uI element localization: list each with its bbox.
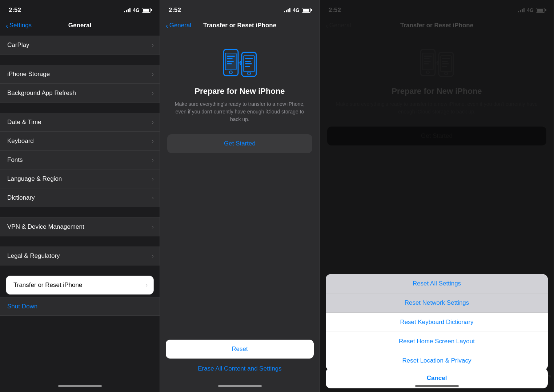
settings-item-date-time[interactable]: Date & Time › — [0, 113, 160, 132]
item-label-vpn: VPN & Device Management — [7, 223, 84, 231]
separator-4 — [0, 236, 160, 247]
back-button-2[interactable]: ‹ General — [166, 22, 191, 29]
chevron-keyboard: › — [152, 138, 154, 144]
reset-network-settings-button[interactable]: Reset Network Settings — [326, 293, 548, 313]
settings-item-legal[interactable]: Legal & Regulatory › — [0, 247, 160, 265]
chevron-language-region: › — [152, 176, 154, 182]
transfer-desc-2: Make sure everything's ready to transfer… — [167, 100, 312, 123]
erase-button-2[interactable]: Erase All Content and Settings — [166, 361, 314, 376]
settings-item-fonts[interactable]: Fonts › — [0, 151, 160, 169]
status-bar-1: 2:52 4G — [0, 0, 160, 18]
chevron-background-refresh: › — [152, 90, 154, 96]
reset-network-settings-label: Reset Network Settings — [405, 299, 469, 306]
settings-item-transfer[interactable]: Transfer or Reset iPhone › — [6, 276, 154, 295]
item-label-fonts: Fonts — [7, 156, 23, 164]
item-label-keyboard: Keyboard — [7, 137, 34, 145]
settings-item-vpn[interactable]: VPN & Device Management › — [0, 217, 160, 236]
svg-rect-3 — [227, 56, 235, 57]
chevron-carplay: › — [152, 42, 154, 48]
section-storage: iPhone Storage › Background App Refresh … — [0, 65, 160, 103]
chevron-fonts: › — [152, 157, 154, 163]
item-label-date-time: Date & Time — [7, 119, 41, 126]
transfer-title-2: Prepare for New iPhone — [194, 87, 285, 96]
time-2: 2:52 — [169, 7, 181, 14]
svg-rect-13 — [245, 66, 250, 67]
chevron-transfer: › — [146, 282, 148, 288]
reset-label-2: Reset — [232, 345, 248, 353]
back-chevron-2: ‹ — [166, 22, 168, 29]
home-indicator-1 — [0, 380, 160, 392]
reset-menu: Reset All Settings Reset Network Setting… — [326, 274, 548, 370]
svg-rect-4 — [227, 58, 233, 59]
erase-label-2: Erase All Content and Settings — [198, 365, 282, 372]
transfer-section: Transfer or Reset iPhone › — [0, 276, 160, 295]
svg-point-14 — [248, 72, 250, 75]
item-label-dictionary: Dictionary — [7, 194, 35, 201]
separator-5 — [0, 265, 160, 276]
back-chevron-1: ‹ — [6, 22, 8, 29]
chevron-date-time: › — [152, 119, 154, 125]
section-carplay: CarPlay › — [0, 36, 160, 55]
chevron-dictionary: › — [152, 195, 154, 201]
settings-list-1: CarPlay › iPhone Storage › Background Ap… — [0, 36, 160, 380]
back-label-1: Settings — [9, 22, 32, 29]
item-label-background-refresh: Background App Refresh — [7, 89, 76, 97]
svg-rect-12 — [245, 63, 252, 64]
svg-rect-5 — [227, 61, 234, 62]
settings-item-language-region[interactable]: Language & Region › — [0, 169, 160, 188]
reset-all-settings-button[interactable]: Reset All Settings — [326, 274, 548, 293]
reset-keyboard-dict-label: Reset Keyboard Dictionary — [400, 319, 473, 325]
get-started-button-2[interactable]: Get Started — [167, 134, 312, 153]
battery-icon-1 — [142, 8, 151, 13]
item-label-legal: Legal & Regulatory — [7, 252, 60, 260]
battery-icon-2 — [302, 8, 311, 13]
reset-button-2[interactable]: Reset — [166, 340, 314, 359]
get-started-label-2: Get Started — [224, 140, 256, 147]
settings-item-keyboard[interactable]: Keyboard › — [0, 132, 160, 151]
reset-home-screen-button[interactable]: Reset Home Screen Layout — [326, 332, 548, 351]
item-label-iphone-storage: iPhone Storage — [7, 71, 50, 78]
status-icons-2: 4G — [284, 7, 311, 13]
separator-2 — [0, 103, 160, 113]
reset-keyboard-dict-button[interactable]: Reset Keyboard Dictionary — [326, 313, 548, 332]
separator-1 — [0, 55, 160, 65]
settings-item-iphone-storage[interactable]: iPhone Storage › — [0, 65, 160, 84]
settings-item-dictionary[interactable]: Dictionary › — [0, 188, 160, 207]
svg-rect-10 — [245, 58, 253, 59]
section-locale: Date & Time › Keyboard › Fonts › Languag… — [0, 113, 160, 207]
shut-down-label: Shut Down — [7, 303, 37, 310]
reset-location-privacy-label: Reset Location & Privacy — [402, 357, 471, 364]
section-legal: Legal & Regulatory › — [0, 247, 160, 265]
panel-transfer-reset: 2:52 4G ‹ General Transfer or Reset iPho… — [160, 0, 320, 392]
svg-point-7 — [229, 71, 232, 74]
nav-bar-1: ‹ Settings General — [0, 18, 160, 36]
home-indicator-2 — [160, 380, 320, 392]
status-bar-2: 2:52 4G — [160, 0, 320, 18]
section-vpn: VPN & Device Management › — [0, 217, 160, 236]
chevron-vpn: › — [152, 224, 154, 230]
back-button-1[interactable]: ‹ Settings — [6, 22, 32, 29]
status-icons-1: 4G — [124, 7, 151, 13]
settings-item-carplay[interactable]: CarPlay › — [0, 36, 160, 55]
reset-home-screen-label: Reset Home Screen Layout — [399, 338, 475, 345]
transfer-content-2: Prepare for New iPhone Make sure everyth… — [160, 36, 320, 340]
home-indicator-3 — [320, 380, 554, 392]
nav-title-1: General — [68, 22, 91, 29]
item-label-language-region: Language & Region — [7, 175, 62, 183]
nav-title-2: Transfer or Reset iPhone — [203, 22, 276, 29]
chevron-iphone-storage: › — [152, 71, 154, 77]
separator-3 — [0, 207, 160, 217]
svg-rect-6 — [227, 63, 232, 64]
time-1: 2:52 — [9, 7, 21, 14]
network-type-1: 4G — [133, 7, 140, 13]
shut-down-item[interactable]: Shut Down — [0, 297, 160, 316]
item-label-carplay: CarPlay — [7, 41, 29, 49]
network-type-2: 4G — [293, 7, 300, 13]
transfer-phones-icon — [222, 47, 258, 79]
panel-general-settings: 2:52 4G ‹ Settings General CarPlay — [0, 0, 160, 392]
reset-location-privacy-button[interactable]: Reset Location & Privacy — [326, 351, 548, 370]
reset-all-settings-label: Reset All Settings — [413, 280, 461, 287]
signal-icon-2 — [284, 8, 290, 12]
bottom-actions-2: Reset Erase All Content and Settings — [160, 340, 320, 380]
settings-item-background-refresh[interactable]: Background App Refresh › — [0, 84, 160, 103]
